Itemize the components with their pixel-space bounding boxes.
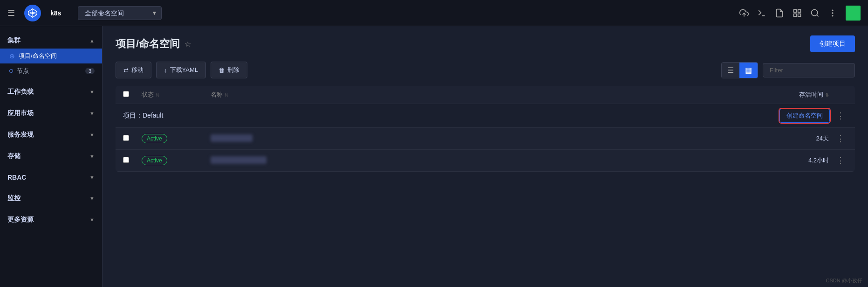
hamburger-icon[interactable]: ☰	[7, 8, 15, 18]
move-button[interactable]: ⇄ 移动	[116, 62, 151, 78]
watermark: CSDN @小孜仔	[826, 277, 862, 284]
group-row-default: 项目：Default 创建命名空间 ⋮	[116, 104, 855, 128]
sidebar-section-cluster: 集群 ▲ ⊕ 项目/命名空间 节点 3	[0, 30, 102, 81]
page-header: 项目/命名空间 ☆ 创建项目	[116, 35, 855, 52]
sidebar-item-label-nodes: 节点	[17, 67, 29, 75]
col-header-age: 存活时间 ⇅	[773, 91, 829, 99]
download-yaml-button[interactable]: ↓ 下载YAML	[156, 62, 206, 78]
row1-more-button[interactable]: ⋮	[834, 133, 847, 145]
sidebar-section-header-discovery[interactable]: 服务发现 ▼	[0, 127, 102, 143]
age-sort-label[interactable]: 存活时间 ⇅	[773, 91, 829, 99]
list-view-button[interactable]: ☰	[722, 63, 739, 78]
row2-name-blurred	[211, 156, 267, 164]
page-title-row: 项目/命名空间 ☆	[116, 37, 191, 51]
brand-name: k8s	[50, 9, 61, 17]
status-column-label: 状态	[142, 91, 154, 99]
select-all-checkbox-cell	[123, 91, 138, 98]
discovery-chevron-icon: ▼	[89, 132, 95, 138]
select-all-checkbox[interactable]	[123, 91, 129, 97]
age-column-label: 存活时间	[799, 91, 823, 99]
sidebar-section-header-monitor[interactable]: 监控 ▼	[0, 190, 102, 206]
main-content: 项目/命名空间 ☆ 创建项目 ⇄ 移动 ↓ 下载YAML 🗑 删除 ☰	[103, 26, 868, 287]
svg-line-5	[28, 14, 31, 14]
sidebar-section-label-appstore: 应用市场	[7, 109, 34, 118]
create-project-button[interactable]: 创建项目	[810, 35, 855, 52]
svg-rect-12	[798, 14, 801, 16]
upload-icon[interactable]	[739, 8, 749, 18]
monitor-chevron-icon: ▼	[89, 196, 95, 201]
download-label: 下载YAML	[170, 66, 198, 74]
sidebar-section-header-workloads[interactable]: 工作负载 ▼	[0, 84, 102, 100]
more-icon[interactable]	[828, 8, 837, 18]
sidebar-item-nodes[interactable]: 节点 3	[0, 63, 102, 78]
svg-line-7	[28, 11, 31, 12]
row1-age-cell: 24天	[773, 134, 829, 143]
toolbar: ⇄ 移动 ↓ 下载YAML 🗑 删除 ☰ ▦	[116, 62, 855, 78]
namespace-selector-wrapper[interactable]: 全部命名空间 ▼	[67, 6, 162, 20]
grid-view-button[interactable]: ▦	[739, 63, 758, 78]
storage-chevron-icon: ▼	[89, 154, 95, 159]
sidebar-section-header-appstore[interactable]: 应用市场 ▼	[0, 105, 102, 121]
sidebar-section-label-rbac: RBAC	[7, 174, 26, 181]
row1-checkbox[interactable]	[123, 135, 129, 141]
svg-point-14	[812, 9, 818, 15]
row2-age-cell: 4.2小时	[773, 156, 829, 165]
row1-status-cell: Active	[142, 134, 207, 143]
sidebar-section-more: 更多资源 ▼	[0, 209, 102, 231]
cluster-chevron-icon: ▲	[89, 38, 95, 43]
row1-checkbox-cell	[123, 135, 138, 142]
table-container: 状态 ⇅ 名称 ⇅ 存活时间 ⇅	[116, 86, 855, 172]
document-icon[interactable]	[775, 8, 784, 18]
sidebar-section-label-cluster: 集群	[7, 36, 21, 45]
sidebar-section-header-more[interactable]: 更多资源 ▼	[0, 212, 102, 228]
col-header-name: 名称 ⇅	[211, 91, 769, 99]
table-row: Active 4.2小时 ⋮	[116, 150, 855, 172]
layout-icon[interactable]	[793, 8, 802, 18]
sidebar-section-discovery: 服务发现 ▼	[0, 124, 102, 146]
sidebar-item-label-projects: 项目/命名空间	[19, 52, 57, 60]
dot-icon	[9, 69, 13, 73]
row1-name-blurred	[211, 134, 253, 142]
table-header: 状态 ⇅ 名称 ⇅ 存活时间 ⇅	[116, 86, 855, 104]
name-sort-label[interactable]: 名称 ⇅	[211, 91, 769, 99]
svg-point-18	[832, 15, 833, 16]
sidebar-section-label-monitor: 监控	[7, 194, 21, 203]
group-actions: 创建命名空间 ⋮	[779, 109, 847, 123]
name-column-label: 名称	[211, 91, 223, 99]
svg-point-17	[832, 13, 833, 14]
star-icon[interactable]: ☆	[185, 40, 191, 49]
age-sort-icon: ⇅	[825, 92, 829, 98]
sidebar-section-label-more: 更多资源	[7, 216, 34, 224]
sidebar: 集群 ▲ ⊕ 项目/命名空间 节点 3 工作负载 ▼ 应用市场	[0, 26, 103, 287]
user-avatar[interactable]	[846, 6, 861, 21]
sidebar-section-appstore: 应用市场 ▼	[0, 103, 102, 124]
svg-line-15	[817, 14, 819, 16]
brand-logo	[24, 5, 41, 21]
sidebar-section-header-cluster[interactable]: 集群 ▲	[0, 33, 102, 49]
create-namespace-button[interactable]: 创建命名空间	[779, 109, 830, 123]
row2-checkbox-cell	[123, 157, 138, 164]
sidebar-section-header-storage[interactable]: 存储 ▼	[0, 148, 102, 164]
terminal-icon[interactable]	[757, 8, 766, 18]
status-sort-label[interactable]: 状态 ⇅	[142, 91, 207, 99]
filter-input[interactable]	[763, 63, 855, 77]
row2-age-value: 4.2小时	[808, 157, 829, 164]
group-more-button[interactable]: ⋮	[834, 110, 847, 122]
svg-rect-10	[794, 9, 797, 12]
rbac-chevron-icon: ▼	[89, 175, 95, 180]
search-icon[interactable]	[810, 8, 820, 18]
row2-checkbox[interactable]	[123, 157, 129, 163]
row1-actions-cell: ⋮	[833, 133, 847, 145]
delete-button[interactable]: 🗑 删除	[211, 62, 247, 78]
sidebar-item-projects-namespaces[interactable]: ⊕ 项目/命名空间	[0, 49, 102, 63]
more-resources-chevron-icon: ▼	[89, 217, 95, 223]
sidebar-section-header-rbac[interactable]: RBAC ▼	[0, 170, 102, 185]
nodes-badge: 3	[85, 68, 95, 74]
status-badge: Active	[142, 156, 167, 165]
svg-rect-13	[794, 14, 797, 16]
appstore-chevron-icon: ▼	[89, 111, 95, 116]
download-icon: ↓	[164, 67, 167, 74]
namespace-selector[interactable]: 全部命名空间	[78, 6, 162, 20]
sidebar-section-label-discovery: 服务发现	[7, 131, 34, 139]
row2-more-button[interactable]: ⋮	[834, 154, 847, 167]
